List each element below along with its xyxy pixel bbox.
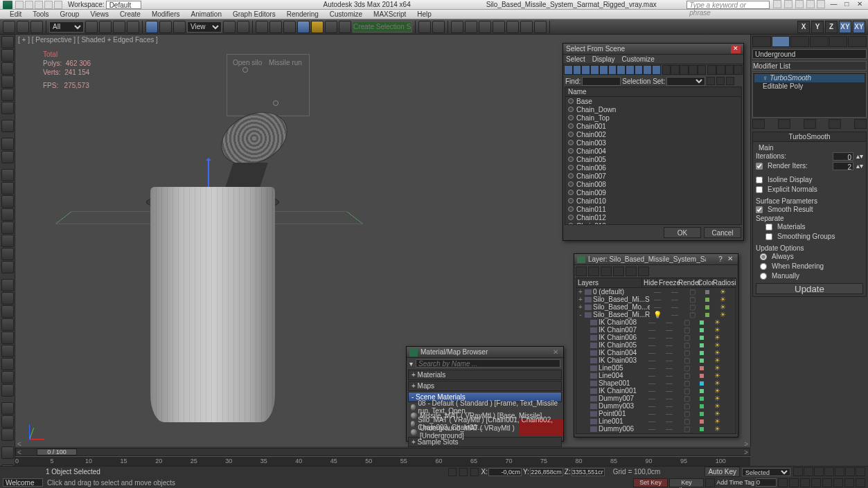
hide-cell[interactable]: — bbox=[650, 296, 665, 303]
layer-object-row[interactable]: IK Chain005——▢☀ bbox=[576, 341, 736, 349]
goto-end-icon[interactable] bbox=[835, 467, 844, 476]
sel-filter-6-icon[interactable] bbox=[617, 65, 626, 75]
left-tool-7-icon[interactable] bbox=[1, 120, 14, 132]
render-button[interactable] bbox=[506, 21, 519, 33]
radiosity-cell[interactable]: ☀ bbox=[709, 372, 725, 379]
tab-create-icon[interactable] bbox=[752, 36, 771, 47]
mirror-button[interactable] bbox=[325, 21, 337, 33]
rotate-button[interactable] bbox=[159, 21, 172, 33]
layer-row[interactable]: +Silo_Based_Mi...Sarmat_Fr——▢☀ bbox=[576, 296, 736, 303]
left-tool-3-icon[interactable] bbox=[1, 75, 14, 88]
freeze-cell[interactable]: — bbox=[659, 410, 679, 417]
col-hide[interactable]: Hide bbox=[642, 278, 657, 287]
material-editor-button[interactable] bbox=[465, 21, 477, 33]
play-icon[interactable] bbox=[814, 467, 824, 476]
left-tool-1-icon[interactable] bbox=[1, 49, 14, 62]
select-highlight-icon[interactable] bbox=[613, 266, 624, 276]
angle-snap-button[interactable] bbox=[269, 21, 282, 33]
qat-redo-icon[interactable] bbox=[54, 1, 62, 9]
modifier-stack[interactable]: ♀ TurboSmooth Editable Poly bbox=[752, 72, 867, 118]
link-button[interactable] bbox=[30, 21, 43, 33]
render-frame-button[interactable] bbox=[493, 21, 505, 33]
freeze-cell[interactable]: — bbox=[659, 395, 679, 402]
schematic-view-button[interactable] bbox=[451, 21, 463, 33]
expand-icon[interactable]: + bbox=[578, 296, 583, 303]
help-icon[interactable] bbox=[817, 0, 825, 8]
hide-cell[interactable]: — bbox=[644, 402, 659, 410]
freeze-cell[interactable]: — bbox=[659, 387, 679, 395]
ref-coord-dropdown[interactable]: View bbox=[187, 21, 222, 33]
modifier-list-dropdown[interactable] bbox=[752, 61, 867, 71]
material-item[interactable]: Underground_MAT ( VRayMtl ) [Underground… bbox=[407, 428, 563, 436]
maxscript-listener[interactable]: Welcome to M bbox=[3, 478, 43, 487]
col-render[interactable]: Render bbox=[677, 278, 696, 287]
hide-cell[interactable]: — bbox=[644, 334, 659, 341]
nav-extra2-icon[interactable] bbox=[856, 478, 865, 487]
render-cell[interactable]: ▢ bbox=[679, 364, 694, 372]
radiosity-cell[interactable]: ☀ bbox=[715, 303, 730, 311]
menu-rendering[interactable]: Rendering bbox=[281, 10, 324, 18]
sel-filter-14-icon[interactable] bbox=[680, 65, 689, 75]
layer-object-row[interactable]: IK Chain007——▢☀ bbox=[576, 326, 736, 334]
axis-z-button[interactable]: Z bbox=[825, 21, 838, 33]
color-swatch[interactable] bbox=[700, 366, 704, 370]
edit-named-sel-button[interactable] bbox=[311, 21, 324, 33]
left-tool-24-icon[interactable] bbox=[1, 318, 14, 331]
isoline-checkbox[interactable] bbox=[756, 177, 763, 183]
axis-xy2-button[interactable]: XY bbox=[853, 21, 865, 33]
render-cell[interactable]: ▢ bbox=[679, 387, 694, 395]
update-button[interactable]: Update bbox=[756, 283, 863, 294]
next-frame-button-icon[interactable] bbox=[824, 467, 834, 476]
sel-menu-customize[interactable]: Customize bbox=[622, 55, 655, 63]
hide-cell[interactable]: — bbox=[650, 303, 665, 311]
scale-button[interactable] bbox=[173, 21, 186, 33]
window-crossing-button[interactable] bbox=[127, 21, 139, 33]
render-cell[interactable]: ▢ bbox=[679, 372, 694, 379]
render-cell[interactable]: ▢ bbox=[679, 349, 694, 356]
freeze-cell[interactable]: — bbox=[659, 425, 679, 433]
time-ruler[interactable]: 0510152025303540455055606570758085909510… bbox=[15, 456, 750, 466]
freeze-cell[interactable]: — bbox=[659, 349, 679, 356]
add-to-layer-icon[interactable] bbox=[601, 266, 612, 276]
material-item[interactable]: 08 - Default ( Standard ) [Frame, Text_M… bbox=[407, 403, 563, 411]
color-swatch[interactable] bbox=[705, 298, 709, 302]
color-swatch[interactable] bbox=[700, 328, 704, 332]
freeze-cell[interactable]: — bbox=[659, 341, 679, 349]
exchange-icon[interactable] bbox=[795, 0, 804, 8]
col-color[interactable]: Color bbox=[696, 278, 711, 287]
hide-cell[interactable]: — bbox=[644, 364, 659, 372]
isolate-icon[interactable] bbox=[459, 468, 468, 476]
render-cell[interactable]: ▢ bbox=[684, 288, 700, 296]
scene-object-list[interactable]: Name BaseChain_DownChain_TopChain001Chai… bbox=[565, 87, 742, 225]
left-tool-35-icon[interactable] bbox=[1, 446, 14, 459]
left-tool-33-icon[interactable] bbox=[1, 428, 14, 441]
freeze-cell[interactable]: — bbox=[665, 296, 684, 303]
color-swatch[interactable] bbox=[700, 359, 704, 363]
qat-save-icon[interactable] bbox=[35, 1, 43, 9]
layer-object-row[interactable]: IK Chain001——▢☀ bbox=[576, 387, 736, 395]
layer-object-row[interactable]: NGon001——▢☀ bbox=[576, 433, 736, 434]
nav-fov-icon[interactable] bbox=[811, 478, 821, 487]
menu-graph-editors[interactable]: Graph Editors bbox=[227, 10, 281, 18]
qat-new-icon[interactable] bbox=[15, 1, 24, 9]
render-cell[interactable]: ▢ bbox=[679, 410, 694, 417]
color-swatch[interactable] bbox=[700, 374, 704, 378]
autokey-button[interactable]: Auto Key bbox=[705, 467, 740, 477]
axis-xy-button[interactable]: XY bbox=[839, 21, 851, 33]
tab-display-icon[interactable] bbox=[829, 36, 848, 47]
tab-modify-icon[interactable] bbox=[772, 36, 790, 47]
left-tool-32-icon[interactable] bbox=[1, 415, 14, 428]
layer-object-row[interactable]: Dummy003——▢☀ bbox=[576, 402, 736, 410]
menu-tools[interactable]: Tools bbox=[27, 10, 54, 18]
radiosity-cell[interactable]: ☀ bbox=[715, 296, 730, 303]
hide-cell[interactable]: — bbox=[644, 372, 659, 379]
left-tool-29-icon[interactable] bbox=[1, 384, 14, 397]
smooth-result-checkbox[interactable] bbox=[756, 206, 763, 213]
axis-x-button[interactable]: X bbox=[797, 21, 810, 33]
close-icon[interactable]: ✕ bbox=[551, 348, 560, 356]
nav-pan-icon[interactable] bbox=[778, 478, 788, 487]
sel-filter-3-icon[interactable] bbox=[590, 65, 599, 75]
sel-filter-7-icon[interactable] bbox=[626, 65, 635, 75]
sel-filter-15-icon[interactable] bbox=[689, 65, 698, 75]
selection-set-dropdown[interactable] bbox=[666, 77, 705, 86]
